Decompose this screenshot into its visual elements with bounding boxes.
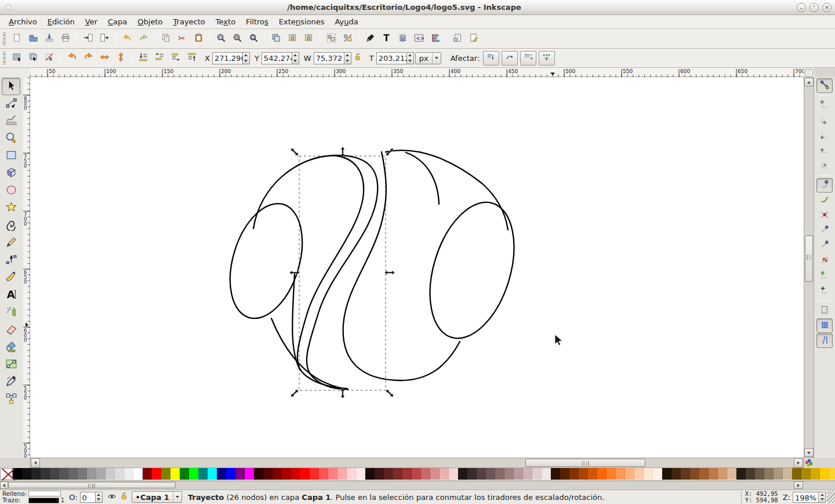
snap-bbox-centers-button[interactable] [816,158,833,173]
color-swatch[interactable] [310,468,319,480]
text-dialog-button[interactable]: T [379,31,394,46]
color-swatch[interactable] [829,468,835,480]
color-swatch[interactable] [440,468,449,480]
color-swatch[interactable] [820,468,829,480]
color-swatch[interactable] [718,468,727,480]
affect-scale-stroke-toggle[interactable] [483,51,499,66]
color-swatch[interactable] [625,468,634,480]
palette-scroll-thumb[interactable] [8,482,176,488]
color-swatch[interactable] [412,468,421,480]
opacity-field[interactable]: 0 [80,492,103,503]
fill-stroke-dialog-button[interactable] [362,31,377,46]
color-swatch[interactable] [504,468,514,480]
color-swatch[interactable] [393,468,402,480]
color-swatch[interactable] [291,468,300,480]
maximize-button[interactable]: ⌃ [809,3,819,12]
color-swatch[interactable] [226,468,235,480]
pencil-tool-button[interactable] [2,234,20,252]
color-swatch[interactable] [68,468,78,480]
menu-trayecto[interactable]: Trayecto [168,16,210,27]
color-swatch[interactable] [588,468,597,480]
color-swatch[interactable] [699,468,709,480]
color-swatch[interactable] [161,468,170,480]
color-swatch[interactable] [22,468,31,480]
zoom-tool-button[interactable] [2,130,20,147]
color-swatch[interactable] [774,468,783,480]
affect-scale-corners-toggle[interactable] [502,51,518,66]
color-swatch[interactable] [532,468,542,480]
snap-enable-button[interactable] [816,78,833,93]
rotate-ccw-button[interactable] [64,50,79,66]
menu-edicion[interactable]: Edición [42,16,80,27]
color-swatch[interactable] [449,468,458,480]
window-resize-grip[interactable] [827,491,835,503]
color-swatch[interactable] [458,468,467,480]
lock-open-icon[interactable] [354,53,362,63]
hscroll-thumb[interactable] [525,459,645,467]
color-swatch[interactable] [644,468,653,480]
color-swatch[interactable] [801,468,811,480]
color-swatch[interactable] [124,468,133,480]
color-swatch[interactable] [235,468,245,480]
scroll-up-arrow[interactable] [804,78,814,86]
paste-button[interactable] [191,31,206,46]
color-swatch[interactable] [337,468,347,480]
snap-cusp-nodes-button[interactable] [816,223,833,238]
color-swatch[interactable] [152,468,161,480]
horizontal-ruler[interactable]: 5010015020025030035040045050055060065070… [30,68,804,77]
color-swatch[interactable] [96,468,106,480]
color-swatch[interactable] [365,468,375,480]
color-swatch[interactable] [319,468,328,480]
text-tool-button[interactable]: A [2,287,20,304]
xml-editor-button[interactable]: <> [411,31,426,46]
unlink-clone-button[interactable] [301,31,316,46]
affect-scale-gradients-toggle[interactable] [520,51,536,66]
star-tool-button[interactable] [2,200,20,217]
palette-config-icon[interactable] [805,459,814,467]
color-swatch[interactable] [662,468,671,480]
color-swatch[interactable] [300,468,310,480]
zoom-field[interactable]: 198% [793,492,826,503]
color-swatch[interactable] [653,468,662,480]
color-swatch[interactable] [133,468,143,480]
menu-texto[interactable]: Texto [210,16,241,27]
snap-object-centers-button[interactable] [816,269,833,283]
print-button[interactable] [58,31,73,46]
color-swatch[interactable] [41,468,50,480]
color-swatch[interactable] [560,468,569,480]
color-swatch[interactable] [50,468,59,480]
preferences-button[interactable] [466,31,481,46]
snap-smooth-nodes-button[interactable] [816,238,833,253]
color-swatch[interactable] [671,468,681,480]
snap-guides-button[interactable] [816,333,833,348]
lower-to-bottom-button[interactable] [136,50,151,66]
color-swatch[interactable] [217,468,226,480]
layers-dialog-button[interactable] [395,31,410,46]
color-swatch[interactable] [523,468,532,480]
gradient-tool-button[interactable] [2,356,20,374]
corner-page-button[interactable]: ⎕ [805,69,813,77]
color-swatch[interactable] [356,468,365,480]
export-button[interactable] [97,31,112,46]
new-document-button[interactable] [9,31,24,46]
color-swatch[interactable] [569,468,579,480]
canvas[interactable] [30,77,804,458]
color-swatch[interactable] [690,468,699,480]
snap-bbox-corners-button[interactable] [816,128,833,143]
vscroll-thumb[interactable] [805,235,813,282]
color-swatch[interactable] [375,468,384,480]
color-swatch[interactable] [616,468,625,480]
color-swatch[interactable] [384,468,393,480]
x-field[interactable]: 271,290 [212,52,250,64]
box3d-tool-button[interactable] [2,165,20,182]
color-swatch[interactable] [430,468,440,480]
color-swatch[interactable] [551,468,560,480]
color-swatch[interactable] [31,468,41,480]
layer-visibility-eye-icon[interactable] [107,492,117,503]
color-swatch[interactable] [421,468,430,480]
color-swatch[interactable] [263,468,273,480]
snap-paths-button[interactable] [816,193,833,208]
toolbar-grip[interactable] [2,32,6,45]
rotate-cw-button[interactable] [81,50,96,66]
copy-button[interactable] [158,31,173,46]
